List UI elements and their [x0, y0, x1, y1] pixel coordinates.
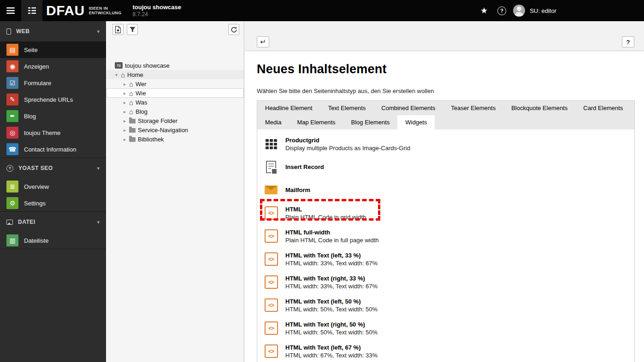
page-tree: T3 toujou showcase ▾ ⌂ Home ▸ ⌂ Wer ▸ ⌂ … — [106, 61, 244, 144]
sidebar-item-formulare[interactable]: ☑ Formulare — [0, 75, 106, 91]
chevron-collapsed-icon[interactable]: ▸ — [123, 100, 127, 105]
mailform-icon — [265, 186, 278, 194]
chevron-collapsed-icon[interactable]: ▸ — [123, 91, 127, 96]
chevron-collapsed-icon[interactable]: ▸ — [123, 128, 127, 133]
tree-item-bibliothek[interactable]: ▸ Bibliothek — [106, 134, 244, 144]
theme-fingerprint-icon: ◎ — [6, 127, 18, 139]
sidebar-item-toujou-theme[interactable]: ◎ toujou Theme — [0, 124, 106, 141]
hamburger-icon — [6, 7, 15, 14]
chevron-collapsed-icon[interactable]: ▸ — [123, 118, 127, 123]
element-html-text-left-50[interactable]: <> HTML with Text (left, 50 %) HTML widt… — [257, 295, 634, 315]
html-code-icon: <> — [265, 252, 278, 266]
tree-item-was[interactable]: ▸ ⌂ Was — [106, 98, 244, 107]
sidebar-item-dateiliste[interactable]: ▥ Dateiliste — [0, 232, 106, 249]
help-button[interactable]: ? — [497, 6, 506, 15]
context-help-button[interactable]: ? — [622, 36, 634, 47]
section-yoast: Y YOAST SEO ▾ ≣ Overview ⚙ Settings — [0, 158, 106, 212]
tab-map-elements[interactable]: Map Elements — [289, 115, 343, 129]
html-code-icon: <> — [265, 275, 278, 289]
tab-widgets[interactable]: Widgets — [397, 115, 435, 129]
web-section-icon — [6, 29, 11, 35]
element-html-full-width[interactable]: <> HTML full-width Plain HTML Code in fu… — [257, 226, 634, 246]
sidebar-item-seite[interactable]: ▤ Seite — [0, 41, 106, 58]
element-html-text-left-33[interactable]: <> HTML with Text (left, 33 %) HTML widt… — [257, 249, 634, 269]
tab-text-elements[interactable]: Text Elements — [320, 101, 374, 115]
module-menu-toggle-button[interactable] — [0, 0, 21, 21]
sidebar-item-sprechende-urls[interactable]: ✎ Sprechende URLs — [0, 91, 106, 108]
element-html-text-right-50[interactable]: <> HTML with Text (right, 50 %) HTML wid… — [257, 318, 634, 338]
content-area: ↵ ? Neues Inhaltselement Wählen Sie bitt… — [245, 21, 644, 362]
element-mailform[interactable]: Mailform — [257, 180, 634, 200]
help-icon: ? — [626, 39, 630, 46]
wizard-tabs: Headline Element Text Elements Combined … — [257, 101, 634, 129]
element-productgrid[interactable]: Productgrid Display multiple Products as… — [257, 134, 634, 154]
chevron-expanded-icon[interactable]: ▾ — [114, 72, 118, 77]
element-list: Productgrid Display multiple Products as… — [257, 129, 634, 362]
tree-item-home[interactable]: ▾ ⌂ Home — [106, 70, 244, 79]
sidebar-item-anzeigen[interactable]: ◉ Anzeigen — [0, 58, 106, 75]
pagetree-toggle-button[interactable] — [21, 0, 42, 21]
page-icon: ⌂ — [129, 90, 133, 96]
chevron-collapsed-icon[interactable]: ▸ — [123, 137, 127, 142]
tree-item-service-navigation[interactable]: ▸ Service-Navigation — [106, 125, 244, 134]
user-menu[interactable]: SU: editor — [513, 5, 556, 17]
sidebar-section-datei[interactable]: DATEI ▾ — [0, 212, 106, 232]
tree-root-toujou-showcase[interactable]: T3 toujou showcase — [106, 61, 244, 70]
sidebar-item-settings[interactable]: ⚙ Settings — [0, 195, 106, 211]
sidebar-item-contact-information[interactable]: ☎ Contact Information — [0, 141, 106, 158]
chevron-collapsed-icon[interactable]: ▸ — [123, 82, 127, 87]
contact-module-icon: ☎ — [6, 143, 18, 155]
bookmarks-button[interactable]: ★ — [478, 6, 490, 16]
html-code-icon: <> — [265, 344, 278, 358]
dfau-logo: DFAU IDEEN IN ENTWICKLUNG — [46, 4, 121, 18]
tab-card-elements[interactable]: Card Elements — [575, 101, 631, 115]
page-module-icon: ▤ — [6, 44, 18, 56]
page-icon: ⌂ — [129, 109, 133, 115]
html-code-icon: <> — [265, 229, 278, 243]
page-icon: ⌂ — [129, 99, 133, 105]
sidebar-item-blog[interactable]: ✒ Blog — [0, 108, 106, 124]
element-html[interactable]: <> HTML Plain HTML Code in grid width — [257, 203, 634, 223]
tab-row-2: Media Map Elements Blog Elements Widgets — [257, 115, 634, 129]
folder-icon — [129, 119, 136, 123]
tab-headline-element[interactable]: Headline Element — [257, 101, 320, 115]
tree-item-blog[interactable]: ▸ ⌂ Blog — [106, 107, 244, 116]
tree-item-wer[interactable]: ▸ ⌂ Wer — [106, 79, 244, 88]
tab-blog-elements[interactable]: Blog Elements — [343, 115, 398, 129]
new-content-element-wizard: Headline Element Text Elements Combined … — [257, 100, 635, 362]
chevron-collapsed-icon[interactable]: ▸ — [123, 109, 127, 114]
section-datei: DATEI ▾ ▥ Dateiliste — [0, 212, 106, 249]
chevron-down-icon: ▾ — [97, 219, 100, 225]
username-label: SU: editor — [530, 7, 556, 14]
filelist-module-icon: ▥ — [6, 234, 18, 246]
productgrid-icon — [266, 139, 277, 149]
sidebar-section-web[interactable]: WEB ▾ — [0, 21, 106, 41]
sidebar-item-overview[interactable]: ≣ Overview — [0, 178, 106, 195]
element-html-text-left-67[interactable]: <> HTML with Text (left, 67 %) HTML widt… — [257, 341, 634, 361]
new-page-icon — [115, 26, 122, 34]
html-code-icon: <> — [265, 298, 278, 312]
element-insert-record[interactable]: Insert Record — [257, 157, 634, 177]
tab-teaser-elements[interactable]: Teaser Elements — [443, 101, 503, 115]
element-html-text-right-33[interactable]: <> HTML with Text (right, 33 %) HTML wid… — [257, 272, 634, 292]
tab-combined-elements[interactable]: Combined Elements — [373, 101, 443, 115]
yoast-section-icon: Y — [6, 165, 13, 172]
topbar-right-group: ★ ? SU: editor — [478, 5, 556, 17]
tab-blockquote-elements[interactable]: Blockquote Elements — [503, 101, 575, 115]
site-title: toujou showcase — [132, 4, 181, 11]
close-wizard-button[interactable]: ↵ — [257, 36, 269, 47]
site-info: toujou showcase 8.7.24 — [132, 4, 181, 18]
page-icon: ⌂ — [129, 81, 133, 87]
tab-media[interactable]: Media — [257, 115, 289, 129]
insert-record-icon — [266, 161, 276, 173]
new-page-button[interactable] — [112, 24, 124, 35]
tree-item-storage-folder[interactable]: ▸ Storage Folder — [106, 116, 244, 125]
tree-item-wie[interactable]: ▸ ⌂ Wie — [106, 88, 244, 98]
speaking-urls-icon: ✎ — [6, 93, 18, 105]
refresh-button[interactable] — [228, 24, 239, 35]
page-tree-panel: T3 toujou showcase ▾ ⌂ Home ▸ ⌂ Wer ▸ ⌂ … — [106, 21, 244, 362]
typo3-version: 8.7.24 — [132, 11, 181, 18]
list-outline-icon — [28, 7, 36, 14]
sidebar-section-yoast-seo[interactable]: Y YOAST SEO ▾ — [0, 158, 106, 178]
filter-button[interactable] — [127, 24, 138, 35]
